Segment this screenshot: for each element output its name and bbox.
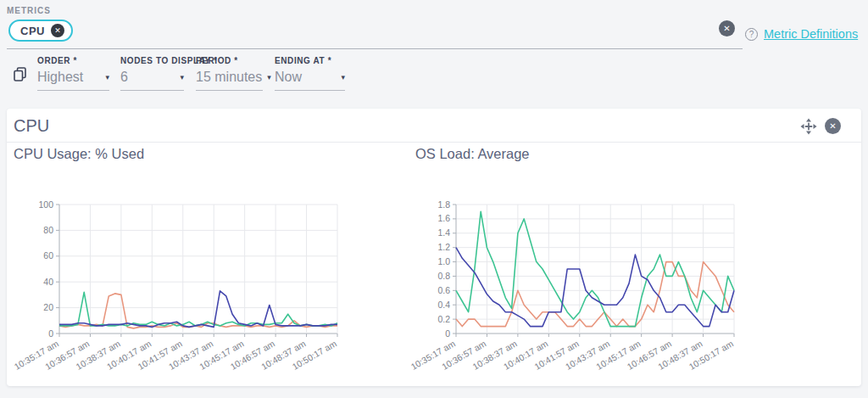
cpu-usage-chart: 02040608010010:35:17 am10:36:57 am10:38:… xyxy=(7,193,388,384)
chevron-down-icon: ▾ xyxy=(105,73,109,81)
chart-title-os-load: OS Load: Average xyxy=(415,146,530,162)
chevron-down-icon: ▾ xyxy=(180,73,184,81)
copy-icon[interactable] xyxy=(14,67,26,81)
ending-at-value: Now xyxy=(275,70,302,85)
svg-text:0: 0 xyxy=(445,328,450,339)
svg-text:1.4: 1.4 xyxy=(437,227,450,238)
metrics-combobox-underline[interactable] xyxy=(7,48,743,49)
svg-text:100: 100 xyxy=(38,199,53,210)
panel-header-divider xyxy=(7,142,861,143)
order-label: ORDER * xyxy=(37,56,109,65)
svg-text:0.6: 0.6 xyxy=(437,285,450,295)
svg-text:1.2: 1.2 xyxy=(437,242,450,252)
svg-text:1.0: 1.0 xyxy=(437,256,450,266)
metric-chip-label: CPU xyxy=(20,25,45,37)
svg-text:1.8: 1.8 xyxy=(437,199,450,210)
chevron-down-icon: ▾ xyxy=(267,73,271,81)
chip-remove-icon[interactable]: ✕ xyxy=(51,24,64,37)
ending-at-select[interactable]: ENDING AT * Now ▾ xyxy=(275,56,345,91)
nodes-to-display-select[interactable]: NODES TO DISPLAY * 6 ▾ xyxy=(120,56,184,91)
order-value: Highest xyxy=(37,70,83,85)
nodes-to-display-label: NODES TO DISPLAY * xyxy=(120,56,184,65)
nodes-to-display-value: 6 xyxy=(120,70,128,85)
period-value: 15 minutes xyxy=(196,70,262,85)
move-panel-icon[interactable] xyxy=(800,118,817,135)
metric-chip-cpu[interactable]: CPU ✕ xyxy=(8,20,73,42)
svg-text:20: 20 xyxy=(43,302,53,312)
metrics-field-label: METRICS xyxy=(7,6,51,15)
period-label: PERIOD * xyxy=(196,56,263,65)
close-panel-icon[interactable]: ✕ xyxy=(825,118,841,134)
panel-title: CPU xyxy=(14,116,49,136)
svg-text:0: 0 xyxy=(48,328,53,339)
svg-text:0.2: 0.2 xyxy=(437,314,450,324)
svg-text:40: 40 xyxy=(43,277,53,287)
metric-definitions-link[interactable]: Metric Definitions xyxy=(764,27,858,41)
help-icon[interactable]: ? xyxy=(745,28,758,41)
svg-text:0.4: 0.4 xyxy=(437,300,450,310)
chart-title-cpu-usage: CPU Usage: % Used xyxy=(14,146,144,162)
svg-text:0.8: 0.8 xyxy=(437,271,450,281)
order-select[interactable]: ORDER * Highest ▾ xyxy=(37,56,109,91)
clear-metrics-icon[interactable]: ✕ xyxy=(719,20,735,36)
svg-text:60: 60 xyxy=(43,250,53,261)
ending-at-label: ENDING AT * xyxy=(275,56,345,65)
svg-text:1.6: 1.6 xyxy=(437,213,450,223)
svg-text:80: 80 xyxy=(43,225,53,235)
period-select[interactable]: PERIOD * 15 minutes ▾ xyxy=(196,56,263,91)
chevron-down-icon: ▾ xyxy=(341,73,345,81)
os-load-chart: 00.20.40.60.81.01.21.41.61.810:35:17 am1… xyxy=(403,193,785,384)
